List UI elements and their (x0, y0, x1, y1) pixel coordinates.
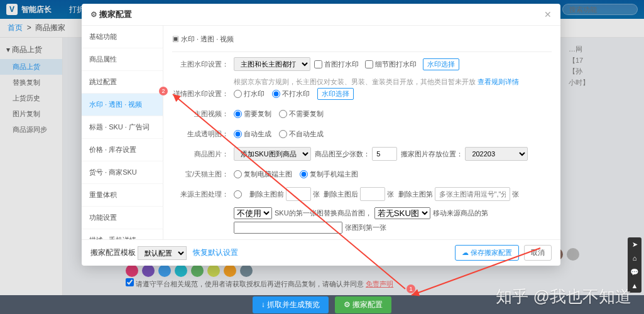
lbl-tb-main: 宝/天猫主图： (172, 170, 229, 179)
link-rule-1[interactable]: 查看规则详情 (478, 78, 519, 85)
close-icon[interactable]: ✕ (544, 9, 552, 19)
input-del-front[interactable] (286, 187, 311, 201)
input-move-nth[interactable] (234, 222, 342, 234)
link-restore[interactable]: 恢复默认设置 (193, 247, 238, 258)
lbl-main-video: 主图视频： (172, 109, 229, 119)
r-detail-wm-on[interactable]: 打水印 (234, 89, 265, 99)
ms-price[interactable]: 价格 · 库存设置 (82, 139, 163, 161)
modal-move-config: ⚙ 搬家配置 ✕ 基础功能 商品属性 跳过配置 水印 · 透图 · 视频 标题 … (82, 4, 560, 266)
r-detail-wm-off[interactable]: 不打水印 (272, 89, 310, 99)
ms-attrs[interactable]: 商品属性 (82, 48, 163, 71)
ms-func[interactable]: 功能设置 (82, 207, 163, 229)
modal-sidebar: 基础功能 商品属性 跳过配置 水印 · 透图 · 视频 标题 · SKU · 广… (82, 26, 163, 239)
input-del-back[interactable] (360, 187, 385, 201)
ms-basic[interactable]: 基础功能 (82, 26, 163, 48)
cb-detail-img[interactable]: 细节图打水印 (365, 60, 417, 69)
input-del-nth[interactable] (435, 187, 510, 201)
select-not-use[interactable]: 不使用 (234, 207, 272, 219)
r-video-yes[interactable]: 需要复制 (234, 109, 271, 119)
btn-save-config[interactable]: ☁ 保存搬家配置 (455, 245, 519, 261)
lbl-detail-wm: 详情图水印设置： (172, 89, 229, 99)
btn-wm-select-main[interactable]: 水印选择 (423, 58, 459, 70)
lbl-src-main: 来源主图处理： (172, 190, 229, 199)
dock-top-icon[interactable]: ▲ (628, 279, 641, 293)
select-tpl[interactable]: 默认配置 (138, 246, 187, 260)
btn-move-config[interactable]: ⚙ 搬家配置 (335, 296, 391, 313)
lbl-tpl: 搬家配置模板 (90, 247, 136, 258)
ms-weight[interactable]: 重量体积 (82, 184, 163, 207)
lbl-gen-alpha: 生成透明图： (172, 129, 229, 139)
ms-desc[interactable]: 描述 · 手机详情 (82, 229, 163, 239)
cb-first-img[interactable]: 首图打水印 (314, 60, 359, 69)
ms-skip[interactable]: 跳过配置 (82, 71, 163, 94)
ms-watermark[interactable]: 水印 · 透图 · 视频 (82, 94, 163, 116)
input-min-count[interactable] (372, 147, 397, 161)
select-if-no-sku[interactable]: 若无SKU图 (374, 207, 430, 219)
modal-main-panel: ▣ 水印 · 透图 · 视频 主图水印设置： 主图和长主图都打 首图打水印 细节… (163, 26, 560, 239)
dock-chat-icon[interactable]: 💬 (628, 265, 641, 279)
dock-home-icon[interactable]: ⌂ (628, 251, 641, 265)
lbl-main-wm: 主图水印设置： (172, 60, 229, 69)
r-tb-mobile[interactable]: 复制手机端主图 (300, 170, 358, 179)
btn-grab-preview[interactable]: ↓ 抓取并生成预览 (253, 296, 329, 313)
r-tb-pc[interactable]: 复制电脑端主图 (234, 170, 292, 179)
lbl-img-location: 搬家图片存放位置： (401, 149, 463, 159)
r-src-main-opt[interactable] (234, 190, 242, 198)
lbl-min-count: 商品图至少张数： (315, 149, 370, 159)
section-heading: ▣ 水印 · 透图 · 视频 (172, 31, 552, 52)
select-img-location[interactable]: 202203 (465, 147, 528, 161)
btn-wm-select-detail[interactable]: 水印选择 (317, 88, 354, 100)
select-main-wm[interactable]: 主图和长主图都打 (234, 57, 310, 71)
lbl-prod-img: 商品图片： (172, 149, 229, 159)
r-video-no[interactable]: 不需要复制 (279, 109, 324, 119)
hint-main-wm: 根据京东官方规则，长主图仅对女装、男装、童装类目开放，其他类目暂未开放 查看规则… (172, 77, 552, 87)
modal-title: 搬家配置 (99, 9, 132, 20)
select-add-sku-img[interactable]: 添加SKU图到商品 (234, 147, 311, 161)
float-dock: ➤ ⌂ 💬 ▲ (628, 237, 641, 293)
ms-sku-code[interactable]: 货号 · 商家SKU (82, 161, 163, 184)
gear-icon: ⚙ (90, 10, 97, 19)
r-alpha-auto[interactable]: 自动生成 (234, 129, 271, 139)
dock-share-icon[interactable]: ➤ (628, 237, 641, 251)
bottom-action-bar: ↓ 抓取并生成预览 ⚙ 搬家配置 (0, 295, 644, 314)
ms-title-sku[interactable]: 标题 · SKU · 广告词 (82, 116, 163, 139)
btn-cancel[interactable]: 取消 (524, 245, 552, 261)
annotation-badge-1: 1 (407, 284, 415, 293)
r-alpha-manual[interactable]: 不自动生成 (279, 129, 324, 139)
annotation-badge-2: 2 (159, 87, 168, 95)
